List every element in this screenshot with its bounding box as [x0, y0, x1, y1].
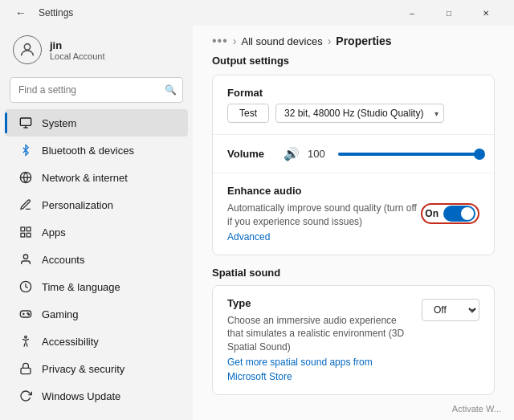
- sidebar-item-privacy[interactable]: Privacy & security: [5, 355, 188, 382]
- output-settings-title: Output settings: [212, 55, 495, 67]
- sidebar-item-update-label: Windows Update: [42, 390, 120, 402]
- breadcrumb-sep1: ›: [233, 35, 237, 47]
- svg-rect-1: [20, 118, 31, 125]
- profile-name: jin: [50, 39, 105, 51]
- ms-store-link[interactable]: Get more spatial sound apps from Microso…: [227, 357, 373, 382]
- bluetooth-icon: [18, 142, 34, 158]
- sidebar-item-personalization-label: Personalization: [42, 199, 113, 211]
- sidebar-item-accounts[interactable]: Accounts: [5, 246, 188, 273]
- sidebar-item-gaming-label: Gaming: [42, 308, 79, 320]
- spatial-type-section: Type Choose an immersive audio experienc…: [213, 286, 494, 394]
- accessibility-icon: [18, 333, 34, 349]
- enhance-audio-section: Enhance audio Automatically improve soun…: [213, 173, 494, 255]
- breadcrumb-current: Properties: [336, 35, 391, 47]
- app-title: Settings: [39, 7, 73, 18]
- svg-rect-17: [21, 368, 31, 373]
- sidebar-item-update[interactable]: Windows Update: [5, 382, 188, 410]
- main-content: ••• › All sound devices › Properties Out…: [193, 26, 514, 420]
- volume-value: 100: [308, 148, 330, 160]
- format-label: Format: [227, 87, 479, 99]
- sidebar-item-time[interactable]: Time & language: [5, 273, 188, 300]
- enhance-desc: Automatically improve sound quality (tur…: [227, 202, 421, 229]
- time-icon: [18, 279, 34, 295]
- svg-rect-5: [21, 227, 25, 231]
- sidebar-item-accounts-label: Accounts: [42, 254, 84, 266]
- toggle-label: On: [425, 208, 439, 219]
- breadcrumb-sep2: ›: [328, 35, 332, 47]
- spatial-sound-title: Spatial sound: [212, 267, 495, 279]
- svg-point-0: [24, 44, 30, 50]
- minimize-button[interactable]: –: [394, 0, 430, 26]
- breadcrumb-dots[interactable]: •••: [212, 34, 228, 48]
- profile-subtitle: Local Account: [50, 51, 105, 61]
- format-select[interactable]: 32 bit, 48000 Hz (Studio Quality): [275, 104, 444, 123]
- svg-rect-6: [27, 227, 31, 231]
- apps-icon: [18, 224, 34, 240]
- maximize-button[interactable]: □: [430, 0, 467, 26]
- sidebar-item-gaming[interactable]: Gaming: [5, 300, 188, 328]
- system-icon: [18, 115, 34, 131]
- volume-icon: 🔊: [284, 146, 300, 161]
- spatial-type-desc: Choose an immersive audio experience tha…: [227, 314, 412, 354]
- sidebar-item-bluetooth-label: Bluetooth & devices: [42, 145, 134, 157]
- sidebar-item-time-label: Time & language: [42, 281, 120, 293]
- sidebar-item-accessibility-label: Accessibility: [42, 336, 99, 348]
- enhance-link[interactable]: Advanced: [227, 231, 270, 243]
- sidebar-item-apps[interactable]: Apps: [5, 218, 188, 246]
- profile-section[interactable]: jin Local Account: [0, 26, 193, 77]
- sidebar-item-network-label: Network & internet: [42, 172, 128, 184]
- test-button[interactable]: Test: [227, 104, 269, 123]
- search-field[interactable]: 🔍: [10, 77, 183, 103]
- close-button[interactable]: ✕: [467, 0, 504, 26]
- sidebar-item-bluetooth[interactable]: Bluetooth & devices: [5, 137, 188, 164]
- personalization-icon: [18, 197, 34, 213]
- svg-point-15: [28, 314, 29, 315]
- enhance-toggle[interactable]: On: [421, 203, 479, 224]
- title-bar: ← Settings – □ ✕: [0, 0, 514, 26]
- toggle-thumb: [461, 207, 474, 220]
- spatial-type-select[interactable]: Off: [422, 299, 479, 321]
- privacy-icon: [18, 361, 34, 377]
- sidebar-item-system[interactable]: System: [5, 109, 188, 137]
- sidebar-item-system-label: System: [42, 117, 76, 129]
- enhance-label: Enhance audio: [227, 185, 421, 197]
- format-section: Format Test 32 bit, 48000 Hz (Studio Qua…: [213, 75, 494, 135]
- sidebar: jin Local Account 🔍 System: [0, 26, 193, 420]
- output-settings-card: Format Test 32 bit, 48000 Hz (Studio Qua…: [212, 75, 495, 255]
- sidebar-item-personalization[interactable]: Personalization: [5, 191, 188, 218]
- svg-point-9: [23, 255, 27, 259]
- search-input[interactable]: [10, 77, 183, 103]
- sidebar-item-network[interactable]: Network & internet: [5, 164, 188, 191]
- accounts-icon: [18, 251, 34, 267]
- breadcrumb: ••• › All sound devices › Properties: [193, 26, 514, 55]
- volume-slider[interactable]: [338, 153, 479, 156]
- volume-label: Volume: [227, 148, 275, 160]
- svg-rect-8: [27, 233, 31, 237]
- gaming-icon: [18, 306, 34, 322]
- avatar: [13, 35, 42, 64]
- spatial-sound-card: Type Choose an immersive audio experienc…: [212, 285, 495, 395]
- sidebar-item-apps-label: Apps: [42, 226, 66, 239]
- svg-rect-7: [21, 233, 25, 237]
- sidebar-item-accessibility[interactable]: Accessibility: [5, 328, 188, 355]
- search-icon: 🔍: [165, 84, 177, 96]
- sidebar-item-privacy-label: Privacy & security: [42, 363, 124, 375]
- svg-point-16: [25, 336, 27, 338]
- network-icon: [18, 169, 34, 186]
- content-area: Output settings Format Test 32 bit, 4800…: [193, 55, 514, 420]
- spatial-type-label: Type: [227, 297, 412, 309]
- toggle-switch[interactable]: [443, 206, 475, 222]
- back-button[interactable]: ←: [10, 2, 32, 24]
- update-icon: [18, 388, 34, 404]
- breadcrumb-middle[interactable]: All sound devices: [241, 35, 322, 47]
- volume-section: Volume 🔊 100: [213, 135, 494, 173]
